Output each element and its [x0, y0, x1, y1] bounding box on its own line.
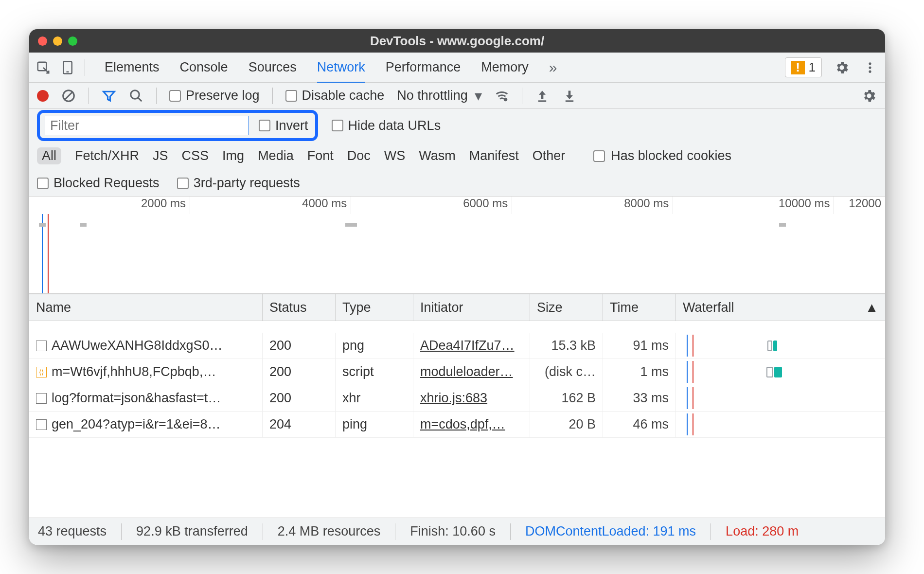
- status-bar: 43 requests 92.9 kB transferred 2.4 MB r…: [29, 518, 885, 545]
- sort-indicator-icon: ▲: [865, 300, 878, 315]
- tab-memory[interactable]: Memory: [481, 60, 529, 75]
- filter-icon[interactable]: [102, 89, 116, 103]
- type-filter-row: All Fetch/XHR JS CSS Img Media Font Doc …: [29, 142, 885, 170]
- table-row[interactable]: ⟨⟩m=Wt6vjf,hhhU8,FCpbqb,… 200 script mod…: [29, 359, 885, 385]
- timeline-overview[interactable]: 2000 ms 4000 ms 6000 ms 8000 ms 10000 ms…: [29, 197, 885, 294]
- svg-point-10: [504, 97, 508, 101]
- warning-icon: !: [791, 61, 805, 74]
- chevron-down-icon: ▾: [475, 87, 482, 104]
- maximize-window-button[interactable]: [68, 36, 77, 46]
- table-row[interactable]: gen_204?atyp=i&r=1&ei=8… 204 ping m=cdos…: [29, 412, 885, 438]
- disable-cache-checkbox[interactable]: Disable cache: [285, 88, 385, 103]
- separator: [85, 59, 85, 76]
- tab-elements[interactable]: Elements: [105, 60, 160, 75]
- svg-point-3: [869, 62, 871, 65]
- tick-label: 4000 ms: [190, 197, 351, 214]
- clear-icon[interactable]: [61, 89, 76, 103]
- filter-highlight: Invert: [37, 110, 318, 141]
- preserve-log-checkbox[interactable]: Preserve log: [169, 88, 260, 103]
- tick-label: 10000 ms: [673, 197, 834, 214]
- col-size[interactable]: Size: [530, 294, 603, 321]
- filter-input[interactable]: [45, 116, 249, 135]
- requests-table: Name Status Type Initiator Size Time Wat…: [29, 294, 885, 545]
- kebab-menu-icon[interactable]: [862, 59, 878, 76]
- col-name[interactable]: Name: [29, 294, 263, 321]
- status-load: Load: 280 m: [726, 524, 799, 539]
- close-window-button[interactable]: [38, 36, 47, 46]
- col-initiator[interactable]: Initiator: [413, 294, 530, 321]
- table-row[interactable]: log?format=json&hasfast=t… 200 xhr xhrio…: [29, 385, 885, 412]
- filter-media[interactable]: Media: [258, 148, 294, 163]
- status-dcl: DOMContentLoaded: 191 ms: [525, 524, 696, 539]
- tab-console[interactable]: Console: [180, 60, 228, 75]
- table-header: Name Status Type Initiator Size Time Wat…: [29, 294, 885, 321]
- initiator-link[interactable]: xhrio.js:683: [420, 391, 487, 406]
- filter-img[interactable]: Img: [222, 148, 244, 163]
- panel-settings-icon[interactable]: [861, 88, 877, 104]
- filter-manifest[interactable]: Manifest: [469, 148, 519, 163]
- col-time[interactable]: Time: [603, 294, 676, 321]
- file-icon: [36, 393, 47, 404]
- filter-js[interactable]: JS: [153, 148, 168, 163]
- filter-fetch-xhr[interactable]: Fetch/XHR: [75, 148, 139, 163]
- tab-network[interactable]: Network: [317, 60, 365, 84]
- tick-label: 12000: [834, 197, 885, 214]
- network-conditions-icon[interactable]: [495, 89, 509, 103]
- initiator-link[interactable]: m=cdos,dpf,…: [420, 417, 505, 432]
- devtools-window: DevTools - www.google.com/ Elements Cons…: [29, 29, 885, 545]
- file-icon: [36, 419, 47, 430]
- svg-rect-11: [538, 100, 546, 102]
- blocked-requests-checkbox[interactable]: Blocked Requests: [37, 176, 160, 191]
- titlebar: DevTools - www.google.com/: [29, 29, 885, 53]
- third-party-checkbox[interactable]: 3rd-party requests: [177, 176, 300, 191]
- filter-font[interactable]: Font: [307, 148, 334, 163]
- tab-sources[interactable]: Sources: [249, 60, 297, 75]
- more-tabs-button[interactable]: »: [549, 59, 557, 76]
- download-har-icon[interactable]: [562, 89, 577, 103]
- svg-line-9: [138, 97, 142, 101]
- warning-count: 1: [809, 60, 816, 75]
- settings-icon[interactable]: [834, 59, 850, 76]
- extra-filters-row: Blocked Requests 3rd-party requests: [29, 170, 885, 197]
- hide-data-urls-checkbox[interactable]: Hide data URLs: [332, 118, 441, 133]
- filter-wasm[interactable]: Wasm: [419, 148, 456, 163]
- record-button[interactable]: [37, 90, 49, 102]
- col-type[interactable]: Type: [336, 294, 413, 321]
- has-blocked-cookies-checkbox[interactable]: [593, 150, 605, 162]
- inspect-icon[interactable]: [36, 60, 51, 75]
- search-icon[interactable]: [129, 89, 143, 103]
- tick-label: 2000 ms: [29, 197, 190, 214]
- svg-point-5: [869, 70, 871, 72]
- svg-point-4: [869, 66, 871, 69]
- has-blocked-cookies-label: Has blocked cookies: [611, 148, 731, 163]
- minimize-window-button[interactable]: [53, 36, 62, 46]
- filter-all[interactable]: All: [37, 147, 61, 164]
- svg-rect-12: [566, 100, 573, 102]
- filter-row: Invert Hide data URLs: [29, 109, 885, 142]
- table-row[interactable]: AAWUweXANHG8IddxgS0… 200 png ADea4I7IfZu…: [29, 333, 885, 359]
- svg-point-8: [131, 90, 140, 99]
- col-waterfall[interactable]: Waterfall▲: [676, 294, 885, 321]
- tab-performance[interactable]: Performance: [386, 60, 461, 75]
- filter-other[interactable]: Other: [533, 148, 566, 163]
- window-title: DevTools - www.google.com/: [29, 34, 885, 49]
- warnings-badge[interactable]: ! 1: [785, 57, 822, 77]
- initiator-link[interactable]: ADea4I7IfZu7…: [420, 338, 515, 353]
- device-toolbar-icon[interactable]: [60, 60, 75, 75]
- status-resources: 2.4 MB resources: [278, 524, 381, 539]
- panel-tabstrip: Elements Console Sources Network Perform…: [29, 53, 885, 83]
- status-requests: 43 requests: [38, 524, 107, 539]
- initiator-link[interactable]: moduleloader…: [420, 364, 513, 379]
- upload-har-icon[interactable]: [535, 89, 550, 103]
- window-controls: [38, 36, 77, 46]
- invert-checkbox[interactable]: Invert: [259, 118, 308, 133]
- network-toolbar: Preserve log Disable cache No throttling…: [29, 83, 885, 109]
- filter-ws[interactable]: WS: [384, 148, 406, 163]
- status-transferred: 92.9 kB transferred: [136, 524, 248, 539]
- col-status[interactable]: Status: [263, 294, 336, 321]
- status-finish: Finish: 10.60 s: [410, 524, 496, 539]
- throttling-select[interactable]: No throttling ▾: [397, 87, 482, 104]
- filter-css[interactable]: CSS: [182, 148, 209, 163]
- svg-line-7: [64, 91, 73, 100]
- filter-doc[interactable]: Doc: [347, 148, 371, 163]
